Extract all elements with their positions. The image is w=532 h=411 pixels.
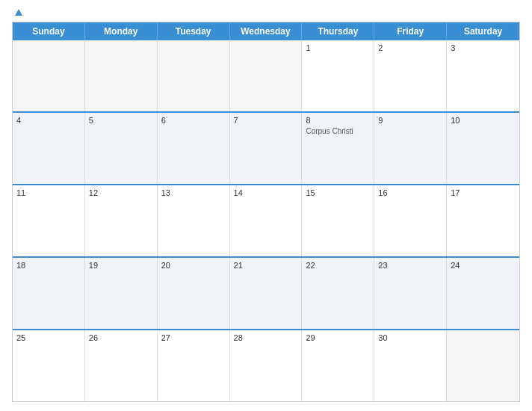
page: SundayMondayTuesdayWednesdayThursdayFrid… <box>0 0 532 411</box>
calendar-day: 24 <box>447 258 519 329</box>
day-number: 16 <box>378 188 442 197</box>
calendar-day <box>13 40 85 111</box>
day-number: 4 <box>16 116 81 125</box>
calendar-day: 27 <box>158 330 230 401</box>
calendar-day: 20 <box>158 258 230 329</box>
day-number: 6 <box>161 116 226 125</box>
calendar-header-row: SundayMondayTuesdayWednesdayThursdayFrid… <box>13 22 519 40</box>
calendar-day: 14 <box>230 185 303 256</box>
day-number: 10 <box>451 116 516 125</box>
day-number: 12 <box>89 188 153 197</box>
day-of-week-monday: Monday <box>85 22 158 40</box>
calendar-day: 2 <box>374 40 447 111</box>
header <box>12 9 520 16</box>
day-number: 27 <box>161 333 226 342</box>
calendar-week-1: 123 <box>13 40 519 111</box>
calendar-day: 25 <box>13 330 85 401</box>
day-number: 13 <box>161 188 226 197</box>
calendar-day: 5 <box>85 113 158 184</box>
calendar-day: 3 <box>447 40 519 111</box>
day-number: 7 <box>234 116 298 125</box>
calendar-day: 21 <box>230 258 303 329</box>
logo-triangle-icon <box>15 9 22 16</box>
calendar-day: 15 <box>302 185 374 256</box>
calendar-day: 29 <box>302 330 374 401</box>
day-number: 8 <box>306 116 370 125</box>
calendar-day: 28 <box>230 330 303 401</box>
calendar-day: 30 <box>374 330 447 401</box>
calendar-day: 8Corpus Christi <box>302 113 374 184</box>
calendar-day <box>158 40 230 111</box>
day-number: 23 <box>378 261 442 270</box>
calendar-day <box>447 330 519 401</box>
day-number: 5 <box>89 116 153 125</box>
calendar-day: 12 <box>85 185 158 256</box>
logo <box>12 9 22 16</box>
calendar-week-2: 45678Corpus Christi910 <box>13 111 519 184</box>
day-of-week-wednesday: Wednesday <box>230 22 303 40</box>
day-number: 24 <box>451 261 516 270</box>
day-number: 25 <box>16 333 81 342</box>
day-number: 21 <box>234 261 298 270</box>
day-number: 18 <box>16 261 81 270</box>
day-number: 3 <box>451 43 516 52</box>
day-number: 15 <box>306 188 370 197</box>
calendar-day: 11 <box>13 185 85 256</box>
calendar-day: 4 <box>13 113 85 184</box>
calendar-week-5: 252627282930 <box>13 329 519 401</box>
calendar-day: 13 <box>158 185 230 256</box>
calendar-day: 22 <box>302 258 374 329</box>
calendar-day: 18 <box>13 258 85 329</box>
day-event: Corpus Christi <box>306 126 370 136</box>
calendar-day: 10 <box>447 113 519 184</box>
calendar-day <box>85 40 158 111</box>
day-number: 2 <box>378 43 442 52</box>
calendar-day: 1 <box>302 40 374 111</box>
calendar-day: 17 <box>447 185 519 256</box>
day-number: 1 <box>306 43 370 52</box>
day-of-week-sunday: Sunday <box>13 22 85 40</box>
day-of-week-tuesday: Tuesday <box>158 22 230 40</box>
calendar-week-3: 11121314151617 <box>13 184 519 256</box>
day-number: 26 <box>89 333 153 342</box>
calendar-week-4: 18192021222324 <box>13 256 519 329</box>
calendar-day: 7 <box>230 113 303 184</box>
calendar-day <box>230 40 303 111</box>
calendar-day: 9 <box>374 113 447 184</box>
day-number: 17 <box>451 188 516 197</box>
calendar-day: 19 <box>85 258 158 329</box>
day-of-week-friday: Friday <box>374 22 447 40</box>
calendar: SundayMondayTuesdayWednesdayThursdayFrid… <box>12 22 520 402</box>
calendar-day: 16 <box>374 185 447 256</box>
day-of-week-thursday: Thursday <box>302 22 374 40</box>
day-number: 11 <box>16 188 81 197</box>
day-number: 20 <box>161 261 226 270</box>
day-number: 9 <box>378 116 442 125</box>
calendar-day: 23 <box>374 258 447 329</box>
day-number: 14 <box>234 188 298 197</box>
calendar-body: 12345678Corpus Christi910111213141516171… <box>13 40 519 401</box>
day-number: 28 <box>234 333 298 342</box>
day-number: 29 <box>306 333 370 342</box>
day-of-week-saturday: Saturday <box>447 22 519 40</box>
day-number: 30 <box>378 333 442 342</box>
calendar-day: 26 <box>85 330 158 401</box>
logo-blue-text <box>12 9 22 16</box>
calendar-day: 6 <box>158 113 230 184</box>
day-number: 19 <box>89 261 153 270</box>
day-number: 22 <box>306 261 370 270</box>
